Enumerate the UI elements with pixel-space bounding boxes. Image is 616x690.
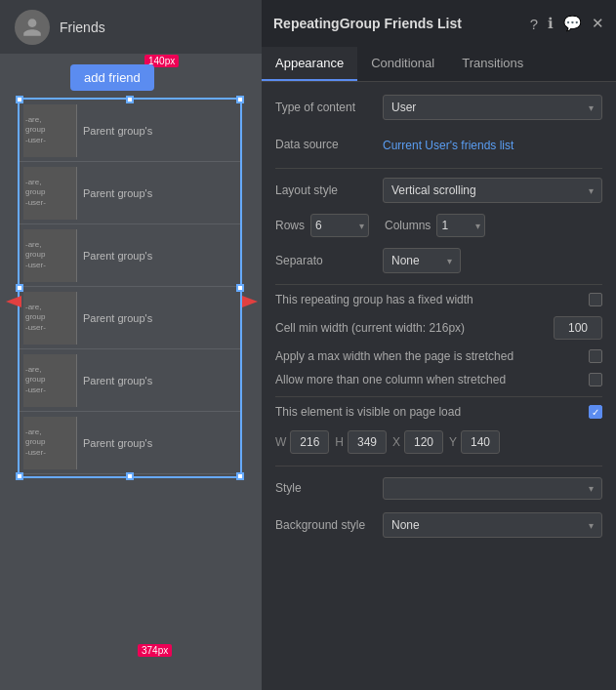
layout-style-label: Layout style — [275, 183, 383, 197]
add-friend-button[interactable]: add friend — [70, 64, 154, 91]
panel-header: RepeatingGroup Friends List ? ℹ 💬 ✕ — [262, 0, 616, 47]
canvas-area: Friends 140px add friend -are,group-user… — [0, 0, 262, 690]
help-icon[interactable]: ? — [530, 16, 538, 32]
allow-columns-row: Allow more than one column when stretche… — [275, 373, 602, 386]
columns-select[interactable]: 1 ▾ — [436, 214, 485, 237]
panel-title: RepeatingGroup Friends List — [273, 16, 462, 31]
w-input[interactable]: 216 — [290, 430, 329, 454]
rg-thumb-5: -are,group-user- — [23, 354, 77, 407]
rg-thumb-4: -are,group-user- — [23, 292, 77, 345]
separator-value: None ▾ — [383, 248, 602, 273]
style-select[interactable]: ▾ — [383, 477, 602, 500]
handle-bl[interactable] — [16, 472, 23, 480]
rg-label-4: Parent group's — [77, 312, 152, 324]
rg-thumb-1: -are,group-user- — [23, 104, 77, 157]
x-item: X 120 — [392, 430, 443, 454]
repeating-group: -are,group-user- Parent group's -are,gro… — [18, 98, 242, 478]
size-label-bottom: 374px — [138, 644, 172, 657]
handle-bc[interactable] — [126, 472, 134, 480]
w-item: W 216 — [275, 430, 329, 454]
cell-min-width-row: Cell min width (current width: 216px) 10… — [275, 316, 602, 340]
columns-chevron: ▾ — [475, 221, 480, 231]
fixed-width-row: This repeating group has a fixed width — [275, 293, 602, 306]
max-width-checkbox[interactable] — [589, 349, 602, 363]
red-arrow-right — [242, 296, 258, 307]
max-width-row: Apply a max width when the page is stret… — [275, 349, 602, 363]
info-icon[interactable]: ℹ — [548, 15, 554, 32]
x-label: X — [392, 435, 400, 449]
cell-min-width-input[interactable]: 100 — [554, 316, 602, 340]
panel-icons: ? ℹ 💬 ✕ — [530, 15, 604, 32]
y-input[interactable]: 140 — [461, 430, 500, 454]
rg-row-5: -are,group-user- Parent group's — [20, 349, 240, 412]
layout-style-value: Vertical scrolling ▾ — [383, 178, 602, 203]
tab-conditional[interactable]: Conditional — [357, 47, 448, 81]
canvas-top-bar: Friends — [0, 0, 262, 54]
rg-row-6: -are,group-user- Parent group's — [20, 412, 240, 474]
rg-thumb-2: -are,group-user- — [23, 167, 77, 220]
visible-row: This element is visible on page load — [275, 405, 602, 419]
type-of-content-value: User ▾ — [383, 95, 602, 120]
handle-tr[interactable] — [236, 96, 244, 103]
type-of-content-row: Type of content User ▾ — [275, 94, 602, 121]
bg-style-row: Background style None ▾ — [275, 511, 602, 539]
handle-br[interactable] — [236, 472, 244, 480]
close-icon[interactable]: ✕ — [592, 15, 604, 32]
divider-3 — [275, 396, 602, 397]
panel-body: Type of content User ▾ Data source Curre… — [262, 82, 616, 690]
y-item: Y 140 — [449, 430, 500, 454]
fixed-width-checkbox[interactable] — [589, 293, 602, 306]
handle-mr[interactable] — [236, 284, 244, 292]
layout-style-select[interactable]: Vertical scrolling ▾ — [383, 178, 602, 203]
max-width-label: Apply a max width when the page is stret… — [275, 349, 513, 363]
separator-select[interactable]: None ▾ — [383, 248, 461, 273]
rg-thumb-3: -are,group-user- — [23, 229, 77, 282]
bg-style-value: None ▾ — [383, 512, 602, 538]
style-chevron: ▾ — [589, 483, 594, 494]
handle-ml[interactable] — [16, 284, 23, 292]
bg-style-select[interactable]: None ▾ — [383, 512, 602, 538]
rg-row-4: -are,group-user- Parent group's — [20, 287, 240, 349]
username-label: Friends — [60, 20, 105, 35]
tab-appearance[interactable]: Appearance — [262, 47, 357, 81]
visible-checkbox[interactable] — [589, 405, 602, 419]
user-icon — [21, 17, 43, 38]
divider-2 — [275, 284, 602, 285]
style-row: Style ▾ — [275, 474, 602, 502]
handle-tl[interactable] — [16, 96, 23, 103]
type-of-content-label: Type of content — [275, 101, 383, 114]
cell-min-width-label: Cell min width (current width: 216px) — [275, 321, 465, 335]
style-value: ▾ — [383, 477, 602, 500]
allow-columns-label: Allow more than one column when stretche… — [275, 373, 506, 386]
x-input[interactable]: 120 — [404, 430, 443, 454]
type-of-content-chevron: ▾ — [589, 102, 594, 113]
y-label: Y — [449, 435, 457, 449]
divider-1 — [275, 168, 602, 169]
w-label: W — [275, 435, 286, 449]
rg-thumb-6: -are,group-user- — [23, 417, 77, 469]
coordinates-row: W 216 H 349 X 120 Y 140 — [275, 430, 602, 454]
h-item: H 349 — [335, 430, 387, 454]
style-label: Style — [275, 481, 383, 495]
rows-columns-row: Rows 6 ▾ Columns 1 ▾ — [275, 214, 602, 237]
rg-label-3: Parent group's — [77, 250, 152, 262]
comment-icon[interactable]: 💬 — [563, 15, 582, 32]
type-of-content-select[interactable]: User ▾ — [383, 95, 602, 120]
rg-row-2: -are,group-user- Parent group's — [20, 162, 240, 224]
data-source-link[interactable]: Current User's friends list — [383, 139, 513, 152]
rg-label-6: Parent group's — [77, 437, 152, 449]
divider-4 — [275, 466, 602, 467]
separator-row: Separato None ▾ — [275, 247, 602, 274]
layout-style-row: Layout style Vertical scrolling ▾ — [275, 177, 602, 204]
data-source-row: Data source Current User's friends list — [275, 131, 602, 158]
tab-transitions[interactable]: Transitions — [448, 47, 537, 81]
handle-tc[interactable] — [126, 96, 134, 103]
panel: RepeatingGroup Friends List ? ℹ 💬 ✕ Appe… — [262, 0, 616, 690]
separator-label: Separato — [275, 254, 383, 267]
rows-select[interactable]: 6 ▾ — [310, 214, 369, 237]
rg-label-5: Parent group's — [77, 375, 152, 386]
red-arrow-left — [6, 296, 21, 307]
rg-row-3: -are,group-user- Parent group's — [20, 224, 240, 287]
allow-columns-checkbox[interactable] — [589, 373, 602, 386]
h-input[interactable]: 349 — [348, 430, 387, 454]
